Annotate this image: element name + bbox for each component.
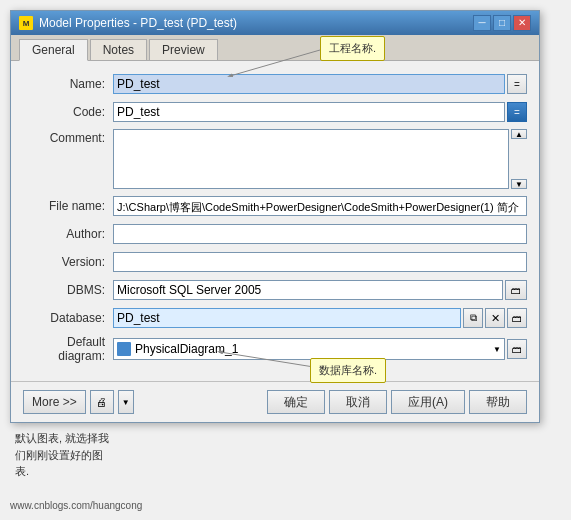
- name-row: Name: =: [23, 73, 527, 95]
- note-line3: 表.: [15, 463, 109, 480]
- version-input[interactable]: [113, 252, 527, 272]
- default-diagram-row: Default diagram: PhysicalDiagram_1 ▼ 🗃: [23, 335, 527, 363]
- more-button[interactable]: More >>: [23, 390, 86, 414]
- title-bar-buttons: ─ □ ✕: [473, 15, 531, 31]
- form-content: Name: = Code: = Comment: ▲ ▼: [11, 61, 539, 381]
- author-input[interactable]: [113, 224, 527, 244]
- comment-label: Comment:: [23, 129, 113, 145]
- apply-button[interactable]: 应用(A): [391, 390, 465, 414]
- dbms-row: DBMS: 🗃: [23, 279, 527, 301]
- select-dropdown-arrow: ▼: [493, 345, 501, 354]
- tab-general[interactable]: General: [19, 39, 88, 61]
- maximize-button[interactable]: □: [493, 15, 511, 31]
- comment-scroll-down[interactable]: ▼: [511, 179, 527, 189]
- code-field-group: =: [113, 102, 527, 122]
- callout-database-name: 数据库名称.: [310, 358, 386, 383]
- bottom-note: 默认图表, 就选择我 们刚刚设置好的图 表.: [15, 430, 109, 455]
- comment-textarea[interactable]: [113, 129, 509, 189]
- dbms-input[interactable]: [113, 280, 503, 300]
- note-line2: 们刚刚设置好的图: [15, 447, 109, 464]
- filename-field-group: J:\CSharp\博客园\CodeSmith+PowerDesigner\Co…: [113, 196, 527, 216]
- filename-display: J:\CSharp\博客园\CodeSmith+PowerDesigner\Co…: [113, 196, 527, 216]
- name-extra-btn[interactable]: =: [507, 74, 527, 94]
- dbms-label: DBMS:: [23, 283, 113, 297]
- version-label: Version:: [23, 255, 113, 269]
- tab-notes[interactable]: Notes: [90, 39, 147, 60]
- print-icon: 🖨: [96, 396, 107, 408]
- print-dropdown-btn[interactable]: ▼: [118, 390, 134, 414]
- version-field-group: [113, 252, 527, 272]
- ok-button[interactable]: 确定: [267, 390, 325, 414]
- db-browse-btn[interactable]: 🗃: [507, 308, 527, 328]
- dbms-browse-btn[interactable]: 🗃: [505, 280, 527, 300]
- code-row: Code: =: [23, 101, 527, 123]
- tab-preview[interactable]: Preview: [149, 39, 218, 60]
- filename-label: File name:: [23, 199, 113, 213]
- code-extra-btn[interactable]: =: [507, 102, 527, 122]
- db-delete-btn[interactable]: ✕: [485, 308, 505, 328]
- code-input[interactable]: [113, 102, 505, 122]
- author-label: Author:: [23, 227, 113, 241]
- minimize-button[interactable]: ─: [473, 15, 491, 31]
- name-input[interactable]: [113, 74, 505, 94]
- database-field-group: ⧉ ✕ 🗃: [113, 308, 527, 328]
- author-field-group: [113, 224, 527, 244]
- note-line1: 默认图表, 就选择我: [15, 430, 109, 447]
- default-diagram-label: Default diagram:: [23, 335, 113, 363]
- website-text: www.cnblogs.com/huangcong: [10, 500, 142, 510]
- button-row: More >> 🖨 ▼ 确定 取消 应用(A) 帮助: [11, 381, 539, 422]
- dbms-field-group: 🗃: [113, 280, 527, 300]
- name-label: Name:: [23, 77, 113, 91]
- database-input[interactable]: [113, 308, 461, 328]
- print-button[interactable]: 🖨: [90, 390, 114, 414]
- name-field-group: =: [113, 74, 527, 94]
- database-row: Database: ⧉ ✕ 🗃: [23, 307, 527, 329]
- author-row: Author:: [23, 223, 527, 245]
- diagram-browse-btn[interactable]: 🗃: [507, 339, 527, 359]
- comment-field-group: ▲ ▼: [113, 129, 527, 189]
- title-bar: M Model Properties - PD_test (PD_test) ─…: [11, 11, 539, 35]
- version-row: Version:: [23, 251, 527, 273]
- window-title: Model Properties - PD_test (PD_test): [39, 16, 237, 30]
- tab-bar: General Notes Preview: [11, 35, 539, 61]
- filename-row: File name: J:\CSharp\博客园\CodeSmith+Power…: [23, 195, 527, 217]
- close-button[interactable]: ✕: [513, 15, 531, 31]
- help-button[interactable]: 帮助: [469, 390, 527, 414]
- callout-project-name: 工程名称.: [320, 36, 385, 61]
- cancel-button[interactable]: 取消: [329, 390, 387, 414]
- comment-row: Comment: ▲ ▼: [23, 129, 527, 189]
- dbms-icon: 🗃: [511, 285, 521, 296]
- default-diagram-field-group: PhysicalDiagram_1 ▼ 🗃: [113, 338, 527, 360]
- diagram-icon: [117, 342, 131, 356]
- default-diagram-value: PhysicalDiagram_1: [135, 342, 493, 356]
- title-bar-left: M Model Properties - PD_test (PD_test): [19, 16, 237, 30]
- app-icon: M: [19, 16, 33, 30]
- comment-scroll-up[interactable]: ▲: [511, 129, 527, 139]
- default-diagram-select[interactable]: PhysicalDiagram_1 ▼: [113, 338, 505, 360]
- database-label: Database:: [23, 311, 113, 325]
- main-window: M Model Properties - PD_test (PD_test) ─…: [10, 10, 540, 423]
- db-copy-btn[interactable]: ⧉: [463, 308, 483, 328]
- code-label: Code:: [23, 105, 113, 119]
